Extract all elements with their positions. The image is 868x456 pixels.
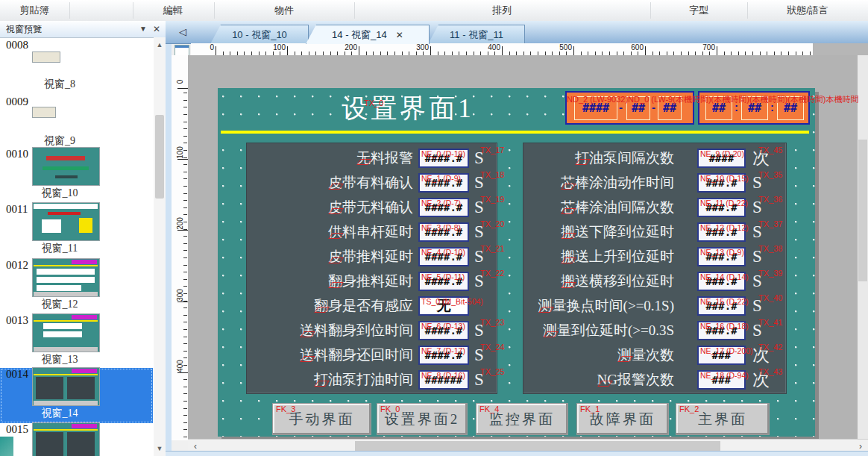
canvas-vscrollbar[interactable]	[858, 55, 868, 439]
parameter-label[interactable]: 翻身推料延时	[328, 270, 413, 293]
function-key-button-FK_3[interactable]: FK_3手动界面	[272, 403, 371, 435]
menu-item-5[interactable]: 字型	[689, 0, 708, 21]
window-preview-item-0009[interactable]: 0009視窗_9	[0, 96, 153, 151]
numeric-input-field[interactable]: ###.#NE_11 (D-22)	[697, 198, 746, 217]
parameter-label[interactable]: 打油泵打油时间	[314, 369, 413, 391]
parameter-label[interactable]: 翻身是否有感应	[314, 295, 413, 317]
canvas-vscroll-thumb[interactable]	[858, 140, 867, 281]
parameter-label[interactable]: 打油泵间隔次数	[575, 147, 674, 169]
parameter-row: 送料翻身到位时间####.#NE_6 (D-13)STX_23	[247, 319, 497, 342]
numeric-input-field[interactable]: ######NE_8 (D-16)	[418, 370, 469, 390]
parameter-label[interactable]: 搬送下降到位延时	[561, 221, 674, 243]
parameter-label[interactable]: 皮带推料延时	[328, 246, 413, 268]
window-preview-item-0010[interactable]: 0010視窗_10	[0, 148, 153, 203]
sidebar-scrollbar[interactable]: ▲ ▼	[154, 37, 166, 456]
window-number: 0010	[6, 148, 28, 160]
window-thumbnail[interactable]	[33, 368, 99, 405]
parameter-label[interactable]: 芯棒涂油间隔次数	[561, 196, 674, 219]
menu-item-2[interactable]: 編輯	[163, 0, 183, 21]
button-label: 故障界面	[577, 410, 668, 429]
window-preview-item-0011[interactable]: 0011視窗_11	[0, 203, 153, 258]
parameter-label[interactable]: 供料串杆延时	[328, 221, 413, 243]
ruler-tick	[573, 46, 574, 55]
menu-item-6[interactable]: 狀態/語言	[787, 0, 828, 21]
panel-divider	[166, 21, 172, 456]
numeric-input-field[interactable]: ####.#NE_5 (D-11)	[418, 272, 469, 291]
status-strip	[166, 451, 868, 456]
function-key-button-FK_2[interactable]: FK_2主界面	[676, 403, 770, 435]
window-thumbnail[interactable]	[33, 259, 99, 296]
numeric-input-field[interactable]: ###NE_18 (D-94)	[697, 370, 746, 390]
numeric-input-field[interactable]: ####.#NE_3 (D-8)	[418, 222, 469, 242]
parameter-label[interactable]: 测量次数	[617, 344, 674, 366]
unit-object-id: TX_20	[480, 219, 504, 228]
window-preview-item-0015[interactable]: 0015	[0, 423, 153, 456]
numeric-input-field[interactable]: ####.#NE_7 (D-17)	[418, 346, 469, 365]
window-thumbnail[interactable]	[33, 107, 55, 117]
menu-item-3[interactable]: 物件	[274, 0, 294, 21]
sidebar-scroll-thumb[interactable]	[155, 115, 164, 199]
field-object-id: NE_3 (D-8)	[421, 223, 461, 232]
ruler-tick	[177, 230, 188, 231]
parameter-label[interactable]: 搬送横移到位延时	[561, 270, 674, 293]
tab-nav-left-icon[interactable]: ◁	[179, 26, 186, 37]
numeric-input-field[interactable]: ####.#NE_6 (D-13)	[418, 321, 469, 340]
numeric-input-field[interactable]: ####.#NE_0 (D-19)	[418, 149, 469, 168]
screen-title[interactable]: 设置界面1	[285, 91, 531, 126]
numeric-input-field[interactable]: ###.#NE_12 (D-12)	[697, 222, 746, 242]
numeric-input-field[interactable]: ###.#NE_15 (D-22)	[697, 296, 746, 316]
close-icon[interactable]: ✕	[151, 23, 163, 35]
window-thumbnail[interactable]	[33, 148, 99, 185]
numeric-input-field[interactable]: ####NE_9 (D-20)	[697, 149, 746, 168]
parameter-label[interactable]: 无料报警	[356, 147, 413, 169]
numeric-input-field[interactable]: ####.#NE_4 (D-10)	[418, 247, 469, 266]
numeric-input-field[interactable]: 无TS_0 (M_Bit-504)	[418, 296, 469, 316]
numeric-input-field[interactable]: ###NE_17 (D-200)	[697, 346, 746, 365]
function-key-button-FK_4[interactable]: FK_4监控界面	[476, 403, 568, 435]
window-thumbnail[interactable]	[33, 52, 60, 62]
canvas-hscroll-thumb[interactable]	[355, 441, 720, 452]
numeric-input-field[interactable]: ####.#NE_2 (D-7)	[418, 198, 469, 217]
window-thumbnail[interactable]	[33, 423, 99, 456]
numeric-input-field[interactable]: ####.#NE_1 (D-9)	[418, 173, 469, 193]
parameter-label[interactable]: 测量换点时间(>=0.1S)	[538, 295, 674, 317]
menu-item-4[interactable]: 排列	[492, 0, 512, 21]
menu-item-1[interactable]: 剪貼簿	[20, 0, 49, 21]
window-preview-item-0012[interactable]: 0012視窗_12	[0, 259, 153, 314]
window-preview-item-0013[interactable]: 0013視窗_13	[0, 314, 153, 369]
window-preview-item-0008[interactable]: 0008視窗_8	[0, 39, 153, 94]
scroll-down-icon[interactable]: ▼	[154, 443, 166, 455]
parameter-row: 芯棒涂油动作时间###.#NE_10 (D-15)STX_35	[523, 172, 786, 194]
numeric-input-field[interactable]: ###.#NE_13 (D-9)	[697, 247, 746, 266]
tab-close-icon[interactable]: ✕	[396, 26, 403, 45]
numeric-input-field[interactable]: ###.#NE_14 (D-14)	[697, 272, 746, 291]
chevron-down-icon[interactable]: ▼	[137, 23, 149, 35]
window-thumbnail[interactable]	[33, 203, 99, 240]
parameter-label[interactable]: 送料翻身到位时间	[300, 319, 413, 342]
left-parameter-group: 无料报警####.#NE_0 (D-19)STX_17皮带有料确认####.#N…	[246, 143, 497, 394]
parameter-label[interactable]: NG报警次数	[597, 369, 674, 391]
field-object-id: NE_4 (D-10)	[421, 248, 465, 257]
numeric-input-field[interactable]: ###.#NE_10 (D-15)	[697, 173, 746, 193]
parameter-row: 无料报警####.#NE_0 (D-19)STX_17	[247, 147, 497, 169]
parameter-label[interactable]: 搬送上升到位延时	[561, 246, 674, 268]
parameter-label[interactable]: 皮带无料确认	[328, 196, 413, 219]
scroll-up-icon[interactable]: ▲	[154, 39, 166, 51]
field-object-id: NE_9 (D-20)	[700, 149, 744, 158]
window-thumbnail[interactable]	[33, 314, 99, 352]
tab-14-視窗_14[interactable]: 14 - 視窗_14✕	[306, 25, 430, 44]
numeric-input-field[interactable]: ###.#NE_16 (D-18)	[697, 321, 746, 340]
parameter-label[interactable]: 测量到位延时(>=0.3S	[543, 319, 674, 342]
function-key-button-FK_0[interactable]: FK_0设置界面2	[377, 403, 468, 435]
window-preview-item-0014[interactable]: 0014視窗_14	[0, 368, 153, 423]
field-object-id: NE_13 (D-9)	[700, 248, 744, 257]
ruler-mark: 200	[327, 43, 357, 51]
parameter-label[interactable]: 皮带有料确认	[328, 172, 413, 194]
parameter-label[interactable]: 送料翻身还回时间	[300, 344, 413, 366]
field-object-id: NE_17 (D-200)	[700, 346, 753, 355]
tab-11-視窗_11[interactable]: 11 - 視窗_11	[428, 25, 525, 44]
parameter-label[interactable]: 芯棒涂油动作时间	[561, 172, 674, 194]
function-key-button-FK_1[interactable]: FK_1故障界面	[576, 403, 669, 435]
unit-object-id: TX_18	[480, 170, 504, 179]
tab-10-視窗_10[interactable]: 10 - 視窗_10	[210, 25, 309, 44]
